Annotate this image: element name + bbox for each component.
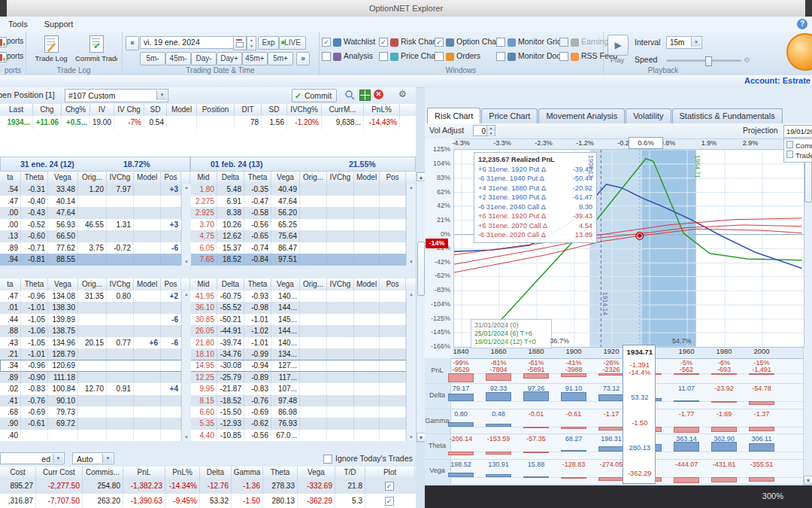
trading-date-field[interactable]: vi. 19 ene. 2024 bbox=[140, 36, 235, 49]
chain-row[interactable]: .89-0.7177.623.75-0.72-66.0515.37-0.7486… bbox=[0, 242, 416, 254]
nav-45m-back-button[interactable]: 45m- bbox=[165, 52, 191, 65]
chevron-down-icon[interactable]: ▼ bbox=[102, 454, 113, 463]
chain-row[interactable]: .404.40-10.85-0.5667.0... bbox=[0, 430, 416, 441]
help-icon[interactable]: ? bbox=[797, 19, 807, 29]
scroll-down-icon[interactable]: ▼ bbox=[407, 435, 416, 440]
spinner-up-icon[interactable]: ▲ bbox=[247, 37, 256, 43]
speed-slider[interactable] bbox=[666, 59, 741, 62]
checkbox-icon[interactable] bbox=[323, 455, 332, 464]
scroll-up-icon[interactable]: ▲ bbox=[407, 185, 416, 190]
chain-row[interactable]: .02-0.83100.8412.700.91+49.95-21.87-0.83… bbox=[0, 383, 416, 394]
window-toggle-risk-chart[interactable]: ✓Risk Chart bbox=[379, 36, 438, 47]
export-grid-icon[interactable] bbox=[359, 90, 371, 101]
calendar-icon[interactable] bbox=[233, 36, 247, 50]
scroll-down-icon[interactable]: ▼ bbox=[182, 435, 191, 440]
trade-log-button[interactable]: Trade Log bbox=[30, 34, 72, 67]
expiry-header[interactable]: 01 feb. 24 (13)21.55% bbox=[190, 157, 416, 172]
window-toggle-option-chain[interactable]: ✓Option Chain bbox=[435, 36, 502, 47]
projection-date-field[interactable]: 19/01/2024 bbox=[783, 125, 812, 138]
scroll-down-icon[interactable]: ▼ bbox=[804, 476, 812, 485]
checkbox-icon[interactable] bbox=[322, 52, 331, 61]
checkbox-icon[interactable] bbox=[379, 52, 388, 61]
chevron-down-icon[interactable]: ▼ bbox=[53, 454, 63, 463]
chain-row[interactable]: .90-0.6169.725.35-12.93-0.6276.93 bbox=[0, 418, 416, 429]
commit-trade-button[interactable]: ✓Commit Trade bbox=[75, 34, 117, 67]
scroll-down-icon[interactable]: ▼ bbox=[182, 260, 191, 264]
chain-row[interactable]: .00-0.5256.9346.551.31+33.7010.26-0.5665… bbox=[0, 219, 416, 231]
window-toggle-monitor-grid[interactable]: Monitor Grid bbox=[496, 36, 562, 47]
vol-adjust-spinner[interactable]: 0▲▼ bbox=[473, 125, 495, 136]
chain-row[interactable]: .41-0.7690.108.15-18.52-0.7697.48 bbox=[0, 395, 416, 406]
tab-price-chart[interactable]: Price Chart bbox=[481, 108, 538, 123]
reports-button[interactable]: ports bbox=[0, 35, 26, 49]
mode-select[interactable]: Auto▼ bbox=[72, 452, 114, 464]
chain-row[interactable]: .94-0.8188.557.6518.52-0.8497.51 bbox=[0, 254, 416, 266]
close-icon[interactable]: ✕ bbox=[374, 90, 383, 99]
chain-row[interactable]: .44-1.05139.89-630.85-50.21-1.01145... bbox=[0, 314, 416, 325]
chain-row[interactable]: .54-0.3133.481.207.97+31.805.48-0.3540.4… bbox=[0, 184, 416, 196]
slider-thumb[interactable] bbox=[705, 56, 712, 66]
commit-mini-item[interactable]: Comm bbox=[786, 141, 812, 151]
interval-select[interactable]: 15m▼ bbox=[666, 36, 702, 49]
chain-row[interactable]: .13-0.6066.504.7512.62-0.6575.64 bbox=[0, 230, 416, 242]
expiry-header[interactable]: 31 ene. 24 (12)18.72% bbox=[0, 157, 190, 172]
spinner-up-icon[interactable]: ▲ bbox=[486, 126, 495, 131]
date-prev-button[interactable]: « bbox=[126, 36, 139, 50]
checkbox-icon[interactable]: ✓ bbox=[435, 38, 444, 47]
window-toggle-price-chart[interactable]: Price Chart bbox=[379, 50, 441, 61]
chain-scroll-strip[interactable]: ▲▼ bbox=[181, 291, 191, 441]
checkbox-icon[interactable]: ✓ bbox=[379, 38, 388, 47]
chain-row[interactable]: .47-0.96134.0831.350.80+241.95-60.75-0.9… bbox=[0, 291, 416, 302]
scroll-up-icon[interactable]: ▲ bbox=[407, 292, 416, 297]
chain-row[interactable]: .34-0.96120.6914.95-30.08-0.94127... bbox=[0, 360, 416, 371]
scrollbar-thumb[interactable] bbox=[417, 242, 425, 296]
window-toggle-watchlist[interactable]: ✓Watchlist bbox=[322, 36, 375, 47]
window-toggle-orders[interactable]: Orders bbox=[435, 50, 480, 61]
nav-5m-forward-button[interactable]: 5m+ bbox=[268, 52, 293, 65]
tab-volatility[interactable]: Volatility bbox=[626, 108, 671, 123]
date-spinner[interactable]: ▲▼ bbox=[247, 36, 256, 50]
chevron-down-icon[interactable]: ▼ bbox=[156, 90, 167, 100]
menu-item-tools[interactable]: Tools bbox=[0, 17, 36, 32]
menu-item-support[interactable]: Support bbox=[36, 17, 82, 32]
chain-scroll-strip[interactable]: ▲▼ bbox=[406, 184, 416, 266]
nav-5m-back-button[interactable]: 5m- bbox=[140, 52, 165, 65]
plot-checkbox-icon[interactable]: ✓ bbox=[385, 482, 394, 491]
chain-row[interactable]: .88-1.06138.7526.05-44.91-1.02144... bbox=[0, 325, 416, 336]
commit-mini-item[interactable]: Trade C bbox=[786, 151, 812, 160]
window-toggle-analysis[interactable]: Analysis bbox=[322, 50, 373, 61]
checkbox-icon[interactable]: ✓ bbox=[322, 38, 331, 47]
chain-row[interactable]: .68-0.6979.736.60-15.50-0.6986.98 bbox=[0, 406, 416, 418]
live-button[interactable]: LIVE bbox=[279, 36, 306, 50]
window-toggle-monitor-dock[interactable]: Monitor Dock bbox=[496, 50, 565, 61]
nav-Day-forward-button[interactable]: Day+ bbox=[217, 52, 242, 65]
chain-row[interactable]: .89-0.90111.1812.25-25.79-0.89117... bbox=[0, 372, 416, 383]
tab-movement-analysis[interactable]: Movement Analysis bbox=[538, 108, 625, 123]
plot-checkbox-icon[interactable]: ✓ bbox=[385, 497, 394, 506]
checkbox-icon[interactable] bbox=[559, 38, 568, 47]
spinner-down-icon[interactable]: ▼ bbox=[247, 43, 256, 49]
date-next-button[interactable]: » bbox=[296, 52, 310, 65]
tab-risk-chart[interactable]: Risk Chart bbox=[427, 108, 480, 124]
chain-row[interactable]: .47-0.4040.142.2756.91-0.4747.64 bbox=[0, 196, 416, 208]
search-icon[interactable] bbox=[344, 90, 355, 100]
chain-row[interactable]: .01-1.01138.3036.10-55.52-0.98144... bbox=[0, 302, 416, 313]
tab-statistics-fundamentals[interactable]: Statistics & Fundamentals bbox=[672, 108, 783, 123]
checkbox-icon[interactable] bbox=[435, 52, 444, 61]
exp-button[interactable]: Exp bbox=[258, 36, 279, 50]
checkbox-icon[interactable] bbox=[496, 52, 505, 61]
checkbox-icon[interactable] bbox=[496, 38, 505, 47]
play-button[interactable]: ▶ bbox=[607, 35, 629, 56]
commit-button[interactable]: ✓Commit bbox=[292, 89, 337, 102]
spinner-down-icon[interactable]: ▼ bbox=[486, 131, 495, 136]
chain-scroll-strip[interactable]: ▲▼ bbox=[181, 184, 191, 266]
checkbox-icon[interactable] bbox=[559, 52, 568, 61]
scroll-up-icon[interactable]: ▲ bbox=[182, 292, 191, 297]
scroll-down-icon[interactable]: ▼ bbox=[407, 260, 416, 264]
scroll-up-icon[interactable]: ▲ bbox=[182, 185, 191, 190]
strategy-select[interactable]: ed▼ bbox=[0, 452, 65, 464]
nav-Day-back-button[interactable]: Day- bbox=[191, 52, 217, 65]
gear-icon[interactable]: ⚙ bbox=[398, 89, 407, 99]
ignore-trades-toggle[interactable]: Ignore Today's Trades bbox=[323, 453, 413, 464]
chain-scroll-strip[interactable]: ▲▼ bbox=[406, 291, 416, 441]
